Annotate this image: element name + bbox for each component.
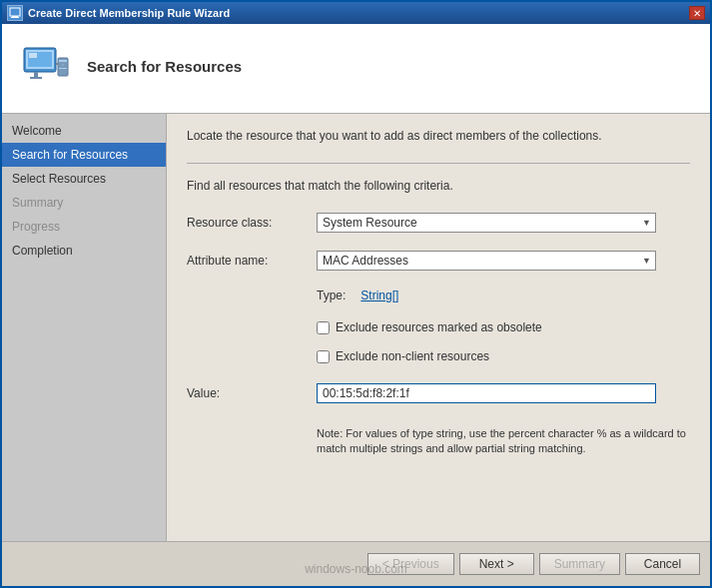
next-button[interactable]: Next >	[459, 553, 534, 575]
note-text: Note: For values of type string, use the…	[317, 426, 690, 457]
type-row: Type: String[]	[317, 289, 690, 302]
window-title: Create Direct Membership Rule Wizard	[28, 7, 230, 19]
header-main-title: Search for Resources	[87, 58, 242, 75]
sidebar-item-completion[interactable]: Completion	[2, 239, 166, 263]
attribute-name-dropdown[interactable]: MAC Addresses	[317, 251, 656, 271]
prev-button[interactable]: < Previous	[367, 553, 454, 575]
type-label: Type:	[317, 289, 346, 302]
main-window: Create Direct Membership Rule Wizard ✕	[0, 0, 712, 588]
criteria-text: Find all resources that match the follow…	[187, 179, 690, 193]
svg-rect-6	[29, 53, 37, 58]
exclude-nonclient-row: Exclude non-client resources	[317, 349, 690, 363]
content-area: Locate the resource that you want to add…	[167, 114, 710, 541]
sidebar: Welcome Search for Resources Select Reso…	[2, 114, 167, 541]
type-value[interactable]: String[]	[360, 289, 398, 302]
header-area: Search for Resources	[2, 24, 710, 114]
svg-rect-1	[12, 16, 18, 17]
sidebar-item-search[interactable]: Search for Resources	[2, 143, 166, 167]
footer-area: windows-noob.com < Previous Next > Summa…	[2, 541, 710, 586]
sidebar-item-select[interactable]: Select Resources	[2, 167, 166, 191]
resource-class-dropdown-wrapper: System Resource	[317, 213, 656, 233]
svg-rect-8	[30, 77, 42, 79]
resource-class-dropdown[interactable]: System Resource	[317, 213, 656, 233]
exclude-obsolete-row: Exclude resources marked as obsolete	[317, 320, 690, 334]
value-input[interactable]	[317, 383, 656, 403]
resource-class-row: Resource class: System Resource	[187, 213, 690, 233]
sidebar-item-welcome[interactable]: Welcome	[2, 119, 166, 143]
svg-rect-2	[11, 17, 19, 18]
value-row: Value:	[187, 383, 690, 403]
summary-button[interactable]: Summary	[539, 553, 620, 575]
header-title-block: Search for Resources	[87, 58, 242, 79]
attribute-name-row: Attribute name: MAC Addresses	[187, 251, 690, 271]
cancel-button[interactable]: Cancel	[625, 553, 700, 575]
title-bar-left: Create Direct Membership Rule Wizard	[7, 5, 230, 21]
exclude-obsolete-checkbox[interactable]	[317, 321, 330, 334]
svg-point-11	[62, 64, 64, 66]
resource-class-label: Resource class:	[187, 216, 317, 230]
computer-icon	[20, 44, 70, 94]
svg-rect-0	[10, 8, 20, 16]
exclude-nonclient-label: Exclude non-client resources	[336, 349, 489, 363]
header-icon-container	[17, 41, 72, 96]
value-label: Value:	[187, 386, 317, 400]
body-area: Welcome Search for Resources Select Reso…	[2, 114, 710, 541]
title-bar: Create Direct Membership Rule Wizard ✕	[2, 2, 710, 24]
window-icon	[7, 5, 23, 21]
close-button[interactable]: ✕	[689, 6, 705, 20]
divider-1	[187, 163, 690, 164]
exclude-nonclient-checkbox[interactable]	[317, 350, 330, 363]
svg-rect-12	[59, 68, 67, 69]
attribute-name-dropdown-wrapper: MAC Addresses	[317, 251, 656, 271]
sidebar-item-progress[interactable]: Progress	[2, 215, 166, 239]
svg-rect-10	[59, 60, 67, 62]
exclude-obsolete-label: Exclude resources marked as obsolete	[336, 320, 542, 334]
attribute-name-label: Attribute name:	[187, 254, 317, 268]
intro-text: Locate the resource that you want to add…	[187, 129, 690, 143]
sidebar-item-summary[interactable]: Summary	[2, 191, 166, 215]
